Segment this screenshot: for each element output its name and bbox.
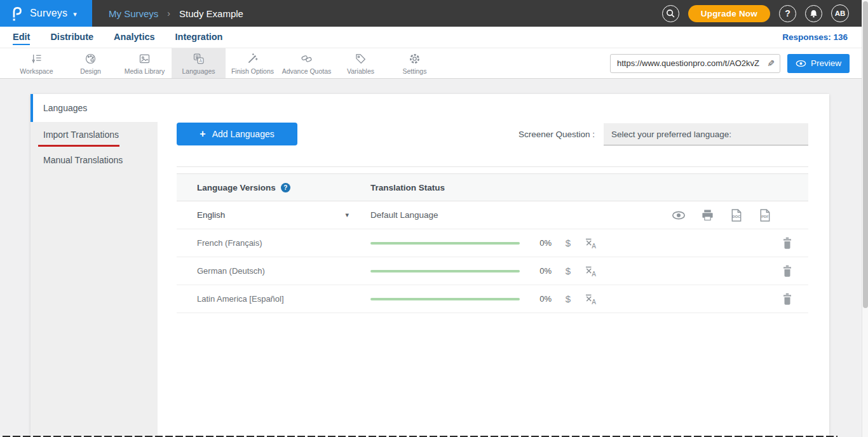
question-mark-icon: ? [785, 8, 790, 18]
toolbar-item-languages[interactable]: A Languages [172, 48, 226, 78]
breadcrumb-my-surveys[interactable]: My Surveys [109, 8, 158, 19]
toolbar-item-label: Languages [182, 67, 215, 75]
translate-icon[interactable]: A [585, 266, 597, 277]
translation-progress-bar [370, 242, 520, 245]
top-bar-main: My Surveys › Study Example Upgrade Now ? [92, 0, 868, 27]
export-doc-icon[interactable]: DOC [729, 208, 743, 222]
preview-button-label: Preview [811, 58, 841, 68]
upgrade-now-button[interactable]: Upgrade Now [688, 5, 770, 22]
table-row-language: Latin America [Español] 0% $ A [177, 285, 808, 313]
sidebar-item-languages[interactable]: Languages [31, 94, 158, 122]
screener-question-select[interactable]: Select your preferred language: [604, 123, 808, 145]
search-button[interactable] [662, 5, 679, 22]
survey-nav-bar: Edit Distribute Analytics Integration Re… [0, 27, 868, 48]
help-button[interactable]: ? [779, 5, 796, 22]
toolbar-item-label: Settings [403, 67, 427, 75]
edit-toolbar: Workspace Design Media Library A Languag… [0, 48, 868, 79]
sidebar-item-import-translations[interactable]: Import Translations [31, 122, 158, 147]
add-languages-button[interactable]: + Add Languages [177, 123, 297, 145]
sidebar-item-label: Import Translations [43, 130, 119, 140]
table-row-language: German (Deutsch) 0% $ A [177, 257, 808, 285]
edit-url-pencil-icon[interactable]: ✎ [762, 55, 780, 72]
toolbar-item-label: Design [80, 67, 101, 75]
languages-icon: A [192, 52, 205, 65]
delete-trash-icon[interactable] [782, 265, 793, 278]
survey-url-box[interactable]: https://www.questionpro.com/t/AO2kvZ ✎ [610, 54, 780, 73]
preview-button[interactable]: Preview [787, 54, 850, 73]
avatar[interactable]: AB [831, 4, 849, 22]
toolbar-item-label: Variables [347, 67, 374, 75]
avatar-initials: AB [835, 10, 846, 17]
translate-icon-letter: A [592, 270, 596, 277]
toolbar-item-label: Workspace [20, 67, 53, 75]
sidebar-item-label: Languages [43, 103, 87, 113]
finish-options-icon [246, 52, 259, 65]
notifications-button[interactable] [805, 5, 822, 22]
toolbar-item-settings[interactable]: Settings [388, 48, 442, 78]
header-translation-status: Translation Status [370, 183, 445, 192]
translate-icon[interactable]: A [585, 293, 597, 305]
paid-translation-icon[interactable]: $ [564, 266, 572, 276]
search-icon [665, 8, 675, 18]
table-header-row: Language Versions ? Translation Status [177, 173, 808, 201]
screener-question-group: Screener Question : Select your preferre… [519, 123, 808, 145]
language-name: French (Français) [177, 238, 370, 248]
header-language-versions-label: Language Versions [197, 183, 276, 192]
bell-icon [809, 8, 818, 19]
tab-edit[interactable]: Edit [13, 29, 30, 46]
app-menu-label: Surveys [30, 8, 67, 19]
toolbar-item-variables[interactable]: Variables [334, 48, 388, 78]
settings-icon [408, 52, 421, 65]
chevron-down-icon[interactable]: ▾ [345, 211, 349, 219]
sidebar-item-label: Manual Translations [43, 155, 123, 165]
survey-url-text[interactable]: https://www.questionpro.com/t/AO2kvZ [611, 58, 762, 68]
toolbar-right: https://www.questionpro.com/t/AO2kvZ ✎ P… [610, 48, 868, 78]
breadcrumb: My Surveys › Study Example [109, 8, 243, 19]
media-library-icon [138, 52, 151, 65]
delete-trash-icon[interactable] [782, 293, 793, 306]
toolbar-item-label: Media Library [125, 67, 165, 75]
responses-count-link[interactable]: Responses: 136 [782, 32, 848, 42]
plus-icon: + [200, 128, 205, 140]
export-pdf-icon[interactable]: PDF [758, 208, 771, 222]
breadcrumb-separator-icon: › [167, 8, 170, 18]
translate-icon-letter: A [592, 298, 596, 305]
paid-translation-icon[interactable]: $ [564, 238, 572, 248]
help-badge-icon[interactable]: ? [281, 183, 290, 192]
red-annotation-underline [38, 145, 119, 147]
delete-trash-icon[interactable] [782, 237, 793, 250]
translation-percent: 0% [530, 266, 552, 276]
default-language-name: English [197, 210, 225, 220]
translate-icon[interactable]: A [585, 238, 597, 249]
breadcrumb-current-survey: Study Example [179, 8, 243, 19]
chevron-down-icon: ▾ [73, 10, 77, 18]
screener-question-label: Screener Question : [519, 130, 595, 139]
top-bar: Surveys ▾ My Surveys › Study Example Upg… [0, 0, 868, 27]
scrollbar-thumb[interactable] [863, 1, 868, 308]
translation-progress-bar [370, 298, 520, 300]
view-eye-icon[interactable] [672, 210, 686, 220]
default-language-cell[interactable]: English ▾ [177, 210, 370, 220]
pdf-label: PDF [761, 214, 769, 218]
toolbar-item-media-library[interactable]: Media Library [118, 48, 172, 78]
tab-distribute[interactable]: Distribute [50, 29, 93, 46]
sidebar-item-manual-translations[interactable]: Manual Translations [31, 147, 158, 173]
table-row-default-language: English ▾ Default Language [177, 201, 808, 229]
tab-analytics[interactable]: Analytics [114, 29, 154, 46]
toolbar-item-design[interactable]: Design [64, 48, 118, 78]
languages-card: Languages Import Translations Manual Tra… [31, 94, 829, 437]
print-icon[interactable] [701, 209, 714, 222]
translation-percent: 0% [530, 238, 552, 248]
toolbar-item-workspace[interactable]: Workspace [10, 48, 64, 78]
paid-translation-icon[interactable]: $ [564, 293, 572, 304]
toolbar-item-advance-quotas[interactable]: Advance Quotas [280, 48, 334, 78]
toolbar-item-finish-options[interactable]: Finish Options [226, 48, 280, 78]
page-scrollbar[interactable] [862, 0, 868, 437]
translate-icon-letter: A [592, 242, 596, 249]
app-menu[interactable]: Surveys ▾ [0, 0, 92, 27]
main-content: Languages Import Translations Manual Tra… [0, 79, 868, 437]
section-divider [177, 166, 808, 167]
translation-percent: 0% [530, 294, 552, 304]
advance-quotas-icon [300, 52, 313, 65]
tab-integration[interactable]: Integration [175, 29, 223, 46]
